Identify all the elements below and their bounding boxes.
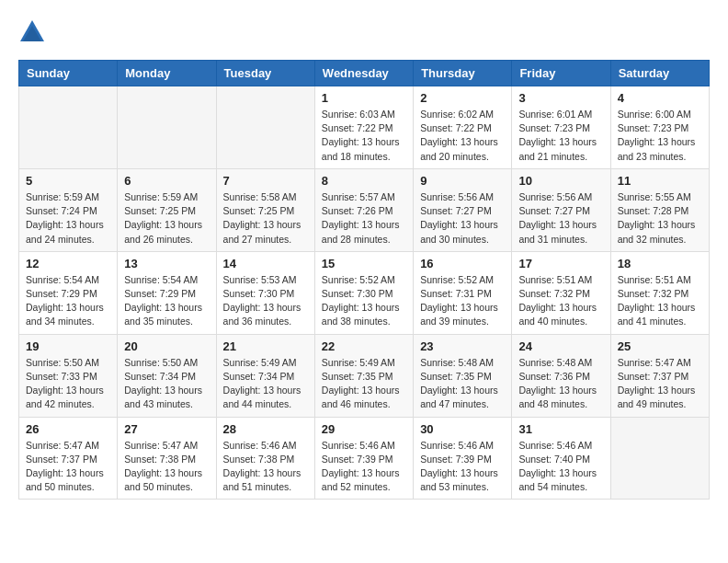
day-info: Sunrise: 5:59 AM Sunset: 7:25 PM Dayligh… <box>124 190 209 247</box>
day-number: 26 <box>26 422 110 436</box>
logo-icon <box>18 18 46 46</box>
day-info: Sunrise: 6:03 AM Sunset: 7:22 PM Dayligh… <box>322 108 406 164</box>
day-number: 23 <box>420 339 505 353</box>
day-number: 24 <box>518 339 603 353</box>
day-number: 22 <box>322 339 406 353</box>
calendar-cell: 16Sunrise: 5:52 AM Sunset: 7:31 PM Dayli… <box>414 251 512 334</box>
day-info: Sunrise: 5:57 AM Sunset: 7:26 PM Dayligh… <box>322 190 406 247</box>
day-info: Sunrise: 5:46 AM Sunset: 7:39 PM Dayligh… <box>420 439 505 495</box>
calendar-cell: 14Sunrise: 5:53 AM Sunset: 7:30 PM Dayli… <box>216 251 314 334</box>
day-number: 2 <box>420 91 505 105</box>
calendar-cell: 1Sunrise: 6:03 AM Sunset: 7:22 PM Daylig… <box>314 86 413 169</box>
day-info: Sunrise: 6:02 AM Sunset: 7:22 PM Dayligh… <box>420 108 505 164</box>
calendar-cell: 20Sunrise: 5:50 AM Sunset: 7:34 PM Dayli… <box>118 334 216 417</box>
day-number: 17 <box>518 257 603 270</box>
day-info: Sunrise: 5:46 AM Sunset: 7:38 PM Dayligh… <box>223 439 308 495</box>
calendar-cell: 2Sunrise: 6:02 AM Sunset: 7:22 PM Daylig… <box>414 86 512 169</box>
calendar-cell: 13Sunrise: 5:54 AM Sunset: 7:29 PM Dayli… <box>118 251 216 334</box>
calendar-cell: 7Sunrise: 5:58 AM Sunset: 7:25 PM Daylig… <box>216 168 314 251</box>
day-number: 28 <box>223 422 308 436</box>
day-number: 15 <box>322 257 406 270</box>
day-info: Sunrise: 5:51 AM Sunset: 7:32 PM Dayligh… <box>518 273 603 329</box>
day-info: Sunrise: 5:58 AM Sunset: 7:25 PM Dayligh… <box>223 190 308 247</box>
calendar-week-1: 1Sunrise: 6:03 AM Sunset: 7:22 PM Daylig… <box>19 86 710 169</box>
day-info: Sunrise: 5:48 AM Sunset: 7:36 PM Dayligh… <box>518 356 603 412</box>
calendar-cell <box>118 86 216 169</box>
calendar-cell: 24Sunrise: 5:48 AM Sunset: 7:36 PM Dayli… <box>512 334 610 417</box>
calendar-cell: 23Sunrise: 5:48 AM Sunset: 7:35 PM Dayli… <box>414 334 512 417</box>
day-number: 25 <box>618 339 702 353</box>
day-number: 5 <box>26 174 110 188</box>
day-number: 16 <box>420 257 505 270</box>
logo <box>18 18 51 46</box>
calendar-cell: 22Sunrise: 5:49 AM Sunset: 7:35 PM Dayli… <box>314 334 413 417</box>
calendar-cell: 27Sunrise: 5:47 AM Sunset: 7:38 PM Dayli… <box>118 417 216 500</box>
day-info: Sunrise: 5:52 AM Sunset: 7:30 PM Dayligh… <box>322 273 406 329</box>
weekday-header-thursday: Thursday <box>414 61 512 86</box>
day-number: 11 <box>618 174 702 188</box>
day-info: Sunrise: 5:56 AM Sunset: 7:27 PM Dayligh… <box>518 190 603 247</box>
day-info: Sunrise: 5:56 AM Sunset: 7:27 PM Dayligh… <box>420 190 505 247</box>
calendar-cell: 18Sunrise: 5:51 AM Sunset: 7:32 PM Dayli… <box>610 251 709 334</box>
day-number: 27 <box>124 422 209 436</box>
calendar-cell: 26Sunrise: 5:47 AM Sunset: 7:37 PM Dayli… <box>19 417 118 500</box>
calendar-cell <box>216 86 314 169</box>
day-number: 20 <box>124 339 209 353</box>
day-info: Sunrise: 5:50 AM Sunset: 7:34 PM Dayligh… <box>124 356 209 412</box>
calendar-cell: 30Sunrise: 5:46 AM Sunset: 7:39 PM Dayli… <box>414 417 512 500</box>
calendar-cell: 5Sunrise: 5:59 AM Sunset: 7:24 PM Daylig… <box>19 168 118 251</box>
day-number: 3 <box>518 91 603 105</box>
day-info: Sunrise: 5:55 AM Sunset: 7:28 PM Dayligh… <box>618 190 702 247</box>
day-info: Sunrise: 5:49 AM Sunset: 7:34 PM Dayligh… <box>223 356 308 412</box>
calendar-cell: 15Sunrise: 5:52 AM Sunset: 7:30 PM Dayli… <box>314 251 413 334</box>
calendar-cell: 3Sunrise: 6:01 AM Sunset: 7:23 PM Daylig… <box>512 86 610 169</box>
day-info: Sunrise: 5:51 AM Sunset: 7:32 PM Dayligh… <box>618 273 702 329</box>
weekday-header-friday: Friday <box>512 61 610 86</box>
day-number: 13 <box>124 257 209 270</box>
calendar-cell: 21Sunrise: 5:49 AM Sunset: 7:34 PM Dayli… <box>216 334 314 417</box>
calendar-cell: 28Sunrise: 5:46 AM Sunset: 7:38 PM Dayli… <box>216 417 314 500</box>
day-number: 21 <box>223 339 308 353</box>
calendar-table: SundayMondayTuesdayWednesdayThursdayFrid… <box>18 60 710 500</box>
day-number: 6 <box>124 174 209 188</box>
day-info: Sunrise: 5:48 AM Sunset: 7:35 PM Dayligh… <box>420 356 505 412</box>
day-info: Sunrise: 6:01 AM Sunset: 7:23 PM Dayligh… <box>518 108 603 164</box>
calendar-cell: 9Sunrise: 5:56 AM Sunset: 7:27 PM Daylig… <box>414 168 512 251</box>
day-info: Sunrise: 5:50 AM Sunset: 7:33 PM Dayligh… <box>26 356 110 412</box>
day-number: 4 <box>618 91 702 105</box>
weekday-header-wednesday: Wednesday <box>314 61 413 86</box>
day-info: Sunrise: 5:47 AM Sunset: 7:38 PM Dayligh… <box>124 439 209 495</box>
weekday-header-tuesday: Tuesday <box>216 61 314 86</box>
day-info: Sunrise: 5:47 AM Sunset: 7:37 PM Dayligh… <box>26 439 110 495</box>
day-number: 12 <box>26 257 110 270</box>
day-number: 10 <box>518 174 603 188</box>
day-number: 19 <box>26 339 110 353</box>
calendar-week-4: 19Sunrise: 5:50 AM Sunset: 7:33 PM Dayli… <box>19 334 710 417</box>
day-info: Sunrise: 5:53 AM Sunset: 7:30 PM Dayligh… <box>223 273 308 329</box>
day-number: 18 <box>618 257 702 270</box>
day-number: 30 <box>420 422 505 436</box>
calendar-cell: 31Sunrise: 5:46 AM Sunset: 7:40 PM Dayli… <box>512 417 610 500</box>
calendar-cell: 17Sunrise: 5:51 AM Sunset: 7:32 PM Dayli… <box>512 251 610 334</box>
day-number: 31 <box>518 422 603 436</box>
calendar-cell: 8Sunrise: 5:57 AM Sunset: 7:26 PM Daylig… <box>314 168 413 251</box>
calendar-cell: 11Sunrise: 5:55 AM Sunset: 7:28 PM Dayli… <box>610 168 709 251</box>
weekday-header-sunday: Sunday <box>19 61 118 86</box>
calendar-week-3: 12Sunrise: 5:54 AM Sunset: 7:29 PM Dayli… <box>19 251 710 334</box>
day-number: 14 <box>223 257 308 270</box>
calendar-cell: 12Sunrise: 5:54 AM Sunset: 7:29 PM Dayli… <box>19 251 118 334</box>
calendar-cell: 19Sunrise: 5:50 AM Sunset: 7:33 PM Dayli… <box>19 334 118 417</box>
day-info: Sunrise: 5:46 AM Sunset: 7:39 PM Dayligh… <box>322 439 406 495</box>
day-number: 1 <box>322 91 406 105</box>
day-info: Sunrise: 6:00 AM Sunset: 7:23 PM Dayligh… <box>618 108 702 164</box>
day-number: 29 <box>322 422 406 436</box>
weekday-header-saturday: Saturday <box>610 61 709 86</box>
page-header <box>18 18 710 46</box>
day-info: Sunrise: 5:46 AM Sunset: 7:40 PM Dayligh… <box>518 439 603 495</box>
calendar-cell: 29Sunrise: 5:46 AM Sunset: 7:39 PM Dayli… <box>314 417 413 500</box>
calendar-cell: 10Sunrise: 5:56 AM Sunset: 7:27 PM Dayli… <box>512 168 610 251</box>
day-info: Sunrise: 5:47 AM Sunset: 7:37 PM Dayligh… <box>618 356 702 412</box>
calendar-week-5: 26Sunrise: 5:47 AM Sunset: 7:37 PM Dayli… <box>19 417 710 500</box>
day-info: Sunrise: 5:52 AM Sunset: 7:31 PM Dayligh… <box>420 273 505 329</box>
day-number: 7 <box>223 174 308 188</box>
